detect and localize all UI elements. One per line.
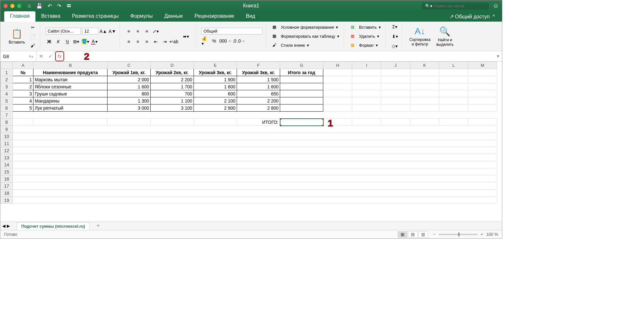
cell[interactable]: 2 000 bbox=[108, 76, 151, 83]
cell-total-label[interactable]: ИТОГО: bbox=[237, 119, 280, 126]
cut-button[interactable]: ✂ bbox=[29, 24, 37, 31]
cell[interactable]: 5 bbox=[13, 104, 33, 112]
name-box[interactable]: ▾▴ bbox=[0, 51, 36, 61]
format-painter-button[interactable]: 🖌 bbox=[29, 42, 37, 49]
cell[interactable] bbox=[468, 83, 497, 90]
row-header[interactable]: 2 bbox=[1, 76, 13, 83]
col-header-K[interactable]: K bbox=[410, 62, 439, 69]
cell[interactable] bbox=[13, 112, 497, 119]
home-icon[interactable]: ⌂ bbox=[28, 3, 31, 9]
cell[interactable] bbox=[410, 104, 439, 112]
formula-input[interactable] bbox=[64, 51, 494, 61]
cell[interactable]: Лук репчатый bbox=[33, 104, 108, 112]
cell[interactable]: Яблоки сезонные bbox=[33, 83, 108, 90]
align-middle-button[interactable]: ≡ bbox=[134, 27, 142, 35]
cell[interactable]: 2 bbox=[13, 83, 33, 90]
row-header[interactable]: 9 bbox=[1, 126, 13, 133]
row-header[interactable]: 8 bbox=[1, 119, 13, 126]
cell[interactable] bbox=[323, 83, 352, 90]
decrease-indent-button[interactable]: ⇤ bbox=[152, 38, 160, 45]
redo-icon[interactable]: ↷ bbox=[57, 3, 61, 9]
tab-insert[interactable]: Вставка bbox=[35, 11, 66, 22]
cell[interactable]: 600 bbox=[194, 90, 237, 97]
cell[interactable]: 1 600 bbox=[237, 83, 280, 90]
col-header-F[interactable]: F bbox=[237, 62, 280, 69]
cell[interactable]: Мандарины bbox=[33, 97, 108, 104]
cell[interactable]: 3 000 bbox=[108, 104, 151, 112]
maximize-window-button[interactable] bbox=[17, 4, 21, 8]
col-header-H[interactable]: H bbox=[323, 62, 352, 69]
row-header[interactable]: 11 bbox=[1, 140, 13, 147]
save-icon[interactable]: 💾 bbox=[36, 3, 43, 9]
cell[interactable] bbox=[13, 168, 497, 175]
cell[interactable] bbox=[352, 83, 381, 90]
col-header-E[interactable]: E bbox=[194, 62, 237, 69]
paste-button[interactable]: 📋 Вставить bbox=[7, 27, 27, 46]
cell[interactable] bbox=[410, 76, 439, 83]
cell[interactable]: 3 100 bbox=[151, 104, 194, 112]
cell[interactable]: Итого за год bbox=[280, 69, 323, 76]
spreadsheet-grid[interactable]: A B C D E F G H I J K L M 1 № Наименован… bbox=[0, 62, 502, 222]
zoom-level[interactable]: 100 % bbox=[486, 232, 498, 237]
cell[interactable]: Наименование продукта bbox=[33, 69, 108, 76]
wrap-text-button[interactable]: ↵ab bbox=[170, 38, 178, 45]
cell[interactable] bbox=[410, 90, 439, 97]
row-header[interactable]: 17 bbox=[1, 183, 13, 190]
fill-button[interactable]: ⬇▾ bbox=[391, 33, 399, 40]
cell[interactable] bbox=[439, 69, 468, 76]
format-as-table-button[interactable]: ▦Форматировать как таблицу ▾ bbox=[271, 33, 341, 40]
cell[interactable]: 1 100 bbox=[151, 97, 194, 104]
cell[interactable] bbox=[280, 104, 323, 112]
cell[interactable] bbox=[439, 97, 468, 104]
next-sheet-button[interactable]: ▶ bbox=[7, 223, 10, 228]
col-header-L[interactable]: L bbox=[439, 62, 468, 69]
bold-button[interactable]: Ж bbox=[45, 38, 53, 45]
conditional-formatting-button[interactable]: ▦Условное форматирование ▾ bbox=[271, 24, 341, 31]
cell[interactable] bbox=[468, 76, 497, 83]
increase-font-button[interactable]: A▲ bbox=[99, 27, 107, 35]
cell[interactable]: 650 bbox=[237, 90, 280, 97]
zoom-out-button[interactable]: − bbox=[433, 232, 436, 237]
cell[interactable]: 1 bbox=[13, 76, 33, 83]
cell[interactable] bbox=[352, 76, 381, 83]
col-header-I[interactable]: I bbox=[352, 62, 381, 69]
page-break-view-button[interactable]: ▥ bbox=[418, 231, 428, 238]
cell[interactable]: 1 300 bbox=[108, 97, 151, 104]
cell[interactable] bbox=[381, 90, 410, 97]
col-header-A[interactable]: A bbox=[13, 62, 33, 69]
clear-button[interactable]: ◇▾ bbox=[391, 42, 399, 50]
comma-style-button[interactable]: 000 bbox=[219, 37, 227, 45]
cell[interactable] bbox=[381, 97, 410, 104]
zoom-in-button[interactable]: + bbox=[481, 232, 483, 237]
number-format-select[interactable]: Общий bbox=[201, 28, 262, 35]
select-all-corner[interactable] bbox=[1, 62, 13, 69]
cell[interactable]: Груши садовые bbox=[33, 90, 108, 97]
row-header[interactable]: 1 bbox=[1, 69, 13, 76]
cell[interactable]: 1 600 bbox=[108, 83, 151, 90]
cell[interactable] bbox=[468, 104, 497, 112]
sheet-tab[interactable]: Подсчет суммы (microexcel.ru) bbox=[16, 222, 90, 230]
sort-filter-button[interactable]: A↓ Сортировка и фильтр bbox=[407, 25, 432, 48]
align-right-button[interactable]: ≡ bbox=[143, 38, 151, 45]
prev-sheet-button[interactable]: ◀ bbox=[2, 223, 5, 228]
currency-button[interactable]: 💰▾ bbox=[201, 37, 209, 45]
copy-button[interactable]: 📄 bbox=[29, 33, 37, 40]
orientation-button[interactable]: ⤢▾ bbox=[152, 27, 160, 35]
align-center-button[interactable]: ≡ bbox=[134, 38, 142, 45]
font-color-button[interactable]: A▾ bbox=[90, 38, 98, 45]
insert-cells-button[interactable]: ▦Вставить ▾ bbox=[349, 24, 382, 31]
decrease-font-button[interactable]: A▼ bbox=[109, 27, 116, 35]
feedback-icon[interactable]: ☺ bbox=[493, 3, 499, 9]
cell[interactable] bbox=[381, 69, 410, 76]
cell[interactable]: 800 bbox=[108, 90, 151, 97]
underline-button[interactable]: Ч bbox=[63, 38, 71, 45]
cell[interactable] bbox=[13, 175, 497, 183]
italic-button[interactable]: К bbox=[54, 38, 62, 45]
name-box-dropdown-icon[interactable]: ▾▴ bbox=[29, 54, 33, 59]
find-select-button[interactable]: 🔍 Найти и выделить bbox=[434, 25, 456, 48]
selected-cell-G8[interactable]: 1 bbox=[280, 119, 323, 126]
cell[interactable]: 3 bbox=[13, 90, 33, 97]
cancel-formula-button[interactable]: ✕ bbox=[36, 51, 46, 61]
format-cells-button[interactable]: ▦Формат ▾ bbox=[349, 42, 382, 49]
cell[interactable] bbox=[323, 97, 352, 104]
